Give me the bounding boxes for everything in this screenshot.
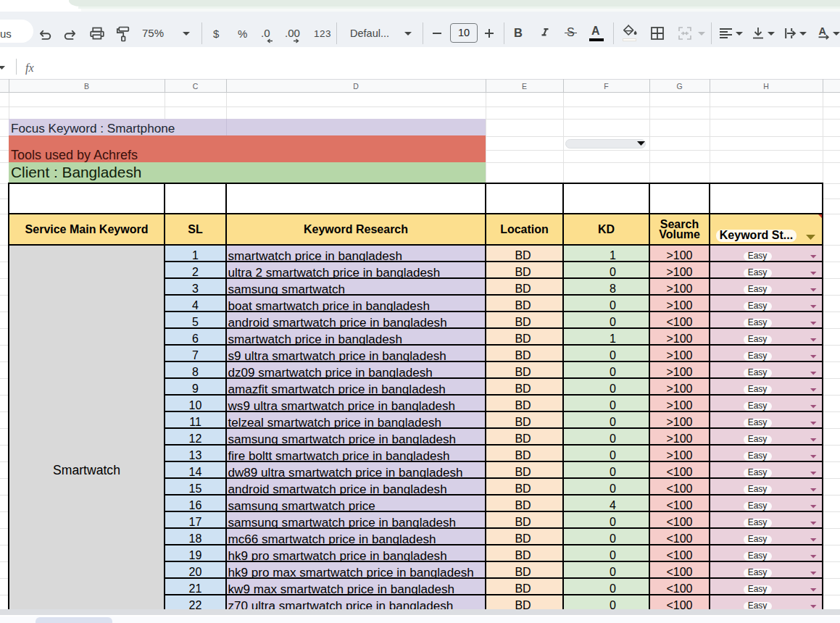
svg-text:A: A (819, 25, 827, 37)
